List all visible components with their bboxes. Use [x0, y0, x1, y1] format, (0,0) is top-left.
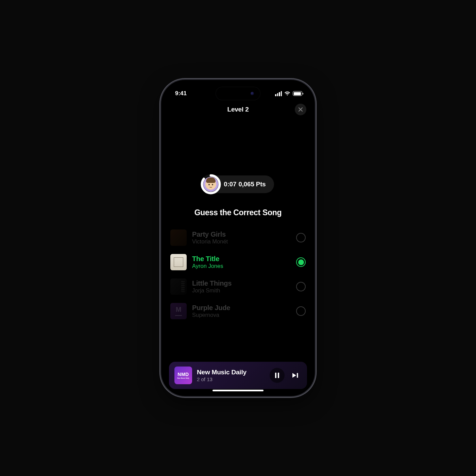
screen: 9:41 Level 2 — [163, 82, 313, 394]
song-artist: Ayron Jones — [192, 263, 291, 269]
song-artist: Victoria Monét — [192, 238, 291, 245]
timer-points: 0,065 Pts — [238, 181, 266, 188]
song-artist: Jorja Smith — [192, 287, 291, 294]
album-art-icon — [170, 254, 187, 270]
album-art-icon — [170, 278, 187, 295]
svg-rect-3 — [278, 373, 279, 378]
dynamic-island — [216, 87, 260, 100]
timer-elapsed: 0:07 — [224, 181, 236, 188]
radio-icon — [296, 282, 306, 291]
cellular-icon — [275, 91, 282, 96]
now-playing-bar[interactable]: NMD New Music Daily New Music Daily 2 of… — [169, 362, 307, 389]
svg-rect-4 — [297, 373, 298, 378]
status-time: 9:41 — [175, 90, 187, 97]
album-art-icon — [170, 230, 187, 246]
close-icon — [298, 107, 303, 112]
options-list: Party Girls Victoria Monét The Title Ayr… — [166, 225, 310, 323]
memoji-icon — [205, 179, 216, 190]
radio-icon — [296, 306, 306, 316]
art-sublabel: New Music Daily — [177, 377, 189, 379]
next-button[interactable] — [289, 368, 302, 383]
art-label: NMD — [177, 372, 189, 377]
avatar-progress — [201, 174, 221, 194]
pause-icon — [274, 372, 280, 378]
next-icon — [292, 372, 299, 378]
song-option-2[interactable]: The Title Ayron Jones — [168, 250, 308, 274]
content: 0:07 0,065 Pts Guess the Correct Song Pa… — [163, 118, 313, 394]
timer-pill: 0:07 0,065 Pts — [202, 175, 274, 193]
wifi-icon — [284, 91, 290, 96]
nav-header: Level 2 — [163, 101, 313, 118]
avatar — [203, 177, 218, 192]
phone-frame: 9:41 Level 2 — [161, 80, 315, 396]
battery-icon — [293, 91, 302, 96]
song-title: Party Girls — [192, 231, 291, 238]
song-option-3[interactable]: Little Things Jorja Smith — [168, 274, 308, 299]
now-playing-subtitle: 2 of 13 — [197, 376, 265, 382]
prompt-text: Guess the Correct Song — [166, 208, 310, 217]
timer-area: 0:07 0,065 Pts — [166, 175, 310, 193]
home-indicator[interactable] — [213, 390, 264, 391]
song-artist: Supernova — [192, 312, 291, 318]
page-title: Level 2 — [227, 106, 249, 113]
song-option-4[interactable]: Purple Jude Supernova — [168, 299, 308, 323]
song-title: Purple Jude — [192, 304, 291, 312]
svg-rect-2 — [275, 373, 276, 378]
song-title: Little Things — [192, 279, 291, 287]
close-button[interactable] — [295, 104, 306, 115]
radio-icon — [296, 257, 306, 267]
song-title: The Title — [192, 255, 291, 263]
song-option-1[interactable]: Party Girls Victoria Monét — [168, 225, 308, 250]
radio-icon — [296, 233, 306, 242]
now-playing-title: New Music Daily — [197, 369, 265, 376]
album-art-icon — [170, 303, 187, 319]
now-playing-art: NMD New Music Daily — [174, 367, 192, 384]
pause-button[interactable] — [270, 368, 285, 383]
